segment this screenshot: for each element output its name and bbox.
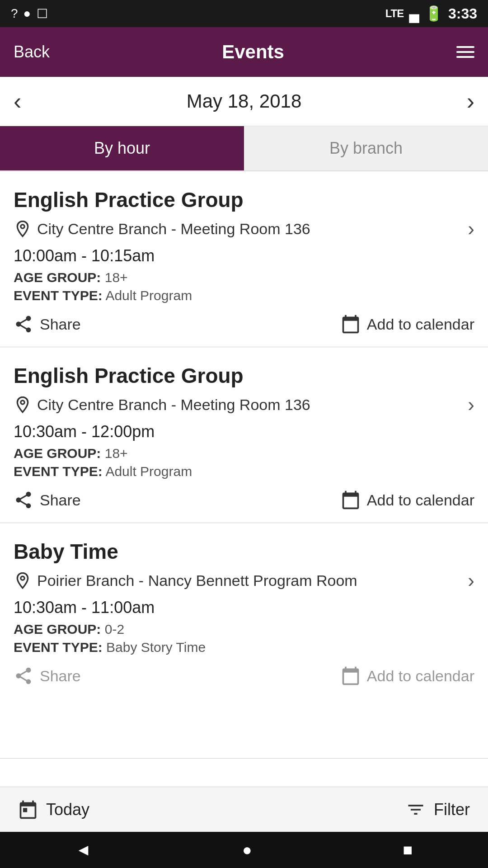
- share-label: Share: [40, 316, 81, 333]
- event-actions: Share Add to calendar: [14, 314, 474, 334]
- status-left-icons: ? ● ☐: [11, 6, 48, 21]
- prev-date-button[interactable]: ‹: [14, 90, 21, 113]
- share-icon: [14, 490, 33, 510]
- event-title: English Practice Group: [14, 188, 474, 212]
- back-button[interactable]: Back: [14, 42, 50, 61]
- event-actions: Share Add to calendar: [14, 666, 474, 686]
- date-navigation: ‹ May 18, 2018 ›: [0, 77, 488, 126]
- location-pin-icon: [14, 396, 32, 414]
- event-location-text: City Centre Branch - Meeting Room 136: [37, 220, 310, 238]
- event-type: EVENT TYPE: Adult Program: [14, 464, 474, 479]
- time-display: 3:33: [448, 5, 477, 22]
- share-icon: [14, 666, 33, 686]
- event-location-text: City Centre Branch - Meeting Room 136: [37, 396, 310, 414]
- app-header: Back Events: [0, 27, 488, 77]
- add-to-calendar-button[interactable]: Add to calendar: [341, 490, 474, 510]
- status-bar: ? ● ☐ LTE ▄ 🔋 3:33: [0, 0, 488, 27]
- circle-status-icon: ●: [23, 6, 31, 21]
- share-button[interactable]: Share: [14, 666, 81, 686]
- current-date-label: May 18, 2018: [187, 90, 302, 112]
- tab-by-branch[interactable]: By branch: [244, 126, 488, 170]
- event-title: Baby Time: [14, 539, 474, 564]
- event-card: English Practice Group City Centre Branc…: [0, 347, 488, 523]
- filter-button[interactable]: Filter: [406, 800, 470, 820]
- calendar-label: Add to calendar: [367, 316, 474, 333]
- event-type: EVENT TYPE: Adult Program: [14, 288, 474, 303]
- event-age-group: AGE GROUP: 0-2: [14, 622, 474, 637]
- signal-icon: ▄: [409, 5, 419, 22]
- event-actions: Share Add to calendar: [14, 490, 474, 510]
- event-card: Baby Time Poirier Branch - Nancy Bennett…: [0, 523, 488, 759]
- location-pin-icon: [14, 571, 32, 590]
- bottom-action-bar: Today Filter: [0, 787, 488, 832]
- android-back-button[interactable]: ◄: [75, 840, 92, 859]
- calendar-label: Add to calendar: [367, 491, 474, 509]
- share-label: Share: [40, 491, 81, 509]
- event-location-row: Poirier Branch - Nancy Bennett Program R…: [14, 569, 474, 592]
- event-time: 10:30am - 11:00am: [14, 598, 474, 617]
- wifi-icon: ?: [11, 6, 18, 21]
- event-time: 10:30am - 12:00pm: [14, 422, 474, 441]
- lte-icon: LTE: [385, 7, 404, 20]
- event-card: English Practice Group City Centre Branc…: [0, 171, 488, 347]
- battery-icon: 🔋: [425, 5, 443, 22]
- calendar-icon: [341, 666, 361, 686]
- android-nav-bar: ◄ ● ■: [0, 832, 488, 868]
- android-home-button[interactable]: ●: [242, 840, 252, 859]
- calendar-label: Add to calendar: [367, 667, 474, 685]
- today-calendar-icon: [18, 800, 38, 820]
- event-title: English Practice Group: [14, 363, 474, 388]
- event-location-inner: Poirier Branch - Nancy Bennett Program R…: [14, 571, 357, 590]
- today-label: Today: [46, 800, 89, 819]
- event-type: EVENT TYPE: Baby Story Time: [14, 640, 474, 655]
- event-location-inner: City Centre Branch - Meeting Room 136: [14, 396, 310, 414]
- add-to-calendar-button[interactable]: Add to calendar: [341, 314, 474, 334]
- share-button[interactable]: Share: [14, 490, 81, 510]
- event-location-text: Poirier Branch - Nancy Bennett Program R…: [37, 572, 357, 590]
- event-list: English Practice Group City Centre Branc…: [0, 171, 488, 759]
- event-age-group: AGE GROUP: 18+: [14, 446, 474, 461]
- next-date-button[interactable]: ›: [467, 90, 474, 113]
- filter-label: Filter: [434, 800, 470, 819]
- page-title: Events: [222, 41, 284, 63]
- svg-point-0: [21, 225, 24, 228]
- tab-by-hour[interactable]: By hour: [0, 126, 244, 170]
- svg-point-1: [21, 401, 24, 404]
- share-label: Share: [40, 667, 81, 685]
- event-age-group: AGE GROUP: 18+: [14, 270, 474, 285]
- event-detail-chevron[interactable]: ›: [468, 393, 474, 416]
- menu-button[interactable]: [456, 46, 474, 58]
- svg-point-2: [21, 576, 24, 580]
- location-pin-icon: [14, 220, 32, 238]
- event-detail-chevron[interactable]: ›: [468, 217, 474, 240]
- calendar-icon: [341, 490, 361, 510]
- event-location-row: City Centre Branch - Meeting Room 136 ›: [14, 393, 474, 416]
- event-detail-chevron[interactable]: ›: [468, 569, 474, 592]
- add-to-calendar-button[interactable]: Add to calendar: [341, 666, 474, 686]
- sd-card-icon: ☐: [37, 6, 48, 21]
- view-toggle: By hour By branch: [0, 126, 488, 171]
- share-icon: [14, 314, 33, 334]
- calendar-icon: [341, 314, 361, 334]
- status-right-icons: LTE ▄ 🔋 3:33: [385, 5, 477, 22]
- event-location-inner: City Centre Branch - Meeting Room 136: [14, 220, 310, 238]
- android-recents-button[interactable]: ■: [403, 840, 413, 859]
- event-time: 10:00am - 10:15am: [14, 246, 474, 265]
- event-location-row: City Centre Branch - Meeting Room 136 ›: [14, 217, 474, 240]
- filter-icon: [406, 800, 426, 820]
- share-button[interactable]: Share: [14, 314, 81, 334]
- today-button[interactable]: Today: [18, 800, 89, 820]
